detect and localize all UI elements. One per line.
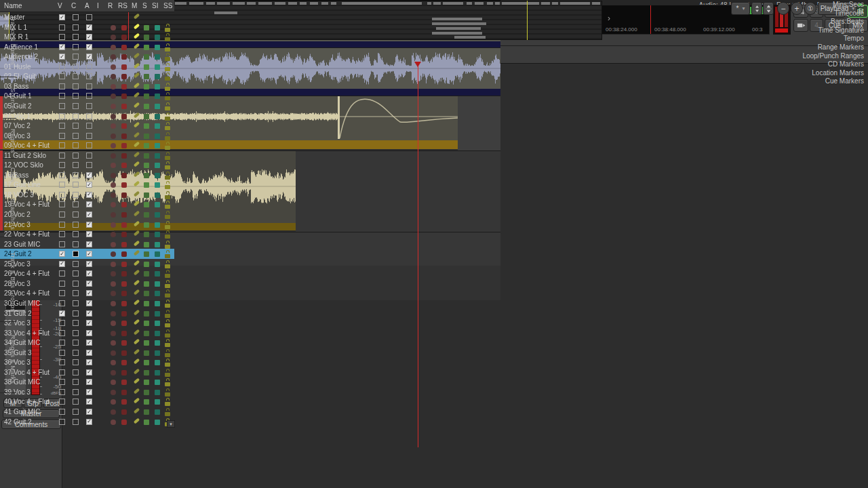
minimap-tick-label: 00:38:48.000 bbox=[654, 26, 686, 33]
zoom-focus-combo[interactable]: * bbox=[731, 2, 750, 15]
minimap-tick-label: 00:38:24.000 bbox=[606, 26, 637, 33]
ruler-label-mins-secs[interactable]: Mins:Secs bbox=[755, 1, 864, 8]
ruler-label-range-markers[interactable]: Range Markers bbox=[755, 43, 864, 51]
ruler-label-bars-beats[interactable]: Bars:Beats bbox=[755, 18, 864, 25]
ardour-editor-window: SessionTransportEditRegionTrackViewWindo… bbox=[0, 0, 868, 488]
playhead-marker[interactable] bbox=[414, 62, 421, 67]
zoom-focus-value: * bbox=[736, 5, 739, 12]
ruler-label-timecode[interactable]: Timecode bbox=[755, 9, 864, 17]
ruler-label-cd-markers[interactable]: CD Markers bbox=[755, 60, 864, 68]
ruler-label-time-signature[interactable]: Time Signature bbox=[755, 26, 864, 34]
ruler-label-tempo[interactable]: Tempo bbox=[755, 35, 864, 42]
playhead-line[interactable] bbox=[418, 62, 418, 447]
minimap-playhead bbox=[650, 5, 651, 34]
ruler-label-location-markers[interactable]: Location Markers bbox=[755, 69, 864, 77]
minimap-tick-label: 00:39:12.000 bbox=[703, 26, 735, 33]
ruler-label-cue-markers[interactable]: Cue Markers bbox=[755, 77, 864, 85]
ruler-label-loop-punch-ranges[interactable]: Loop/Punch Ranges bbox=[755, 52, 864, 60]
